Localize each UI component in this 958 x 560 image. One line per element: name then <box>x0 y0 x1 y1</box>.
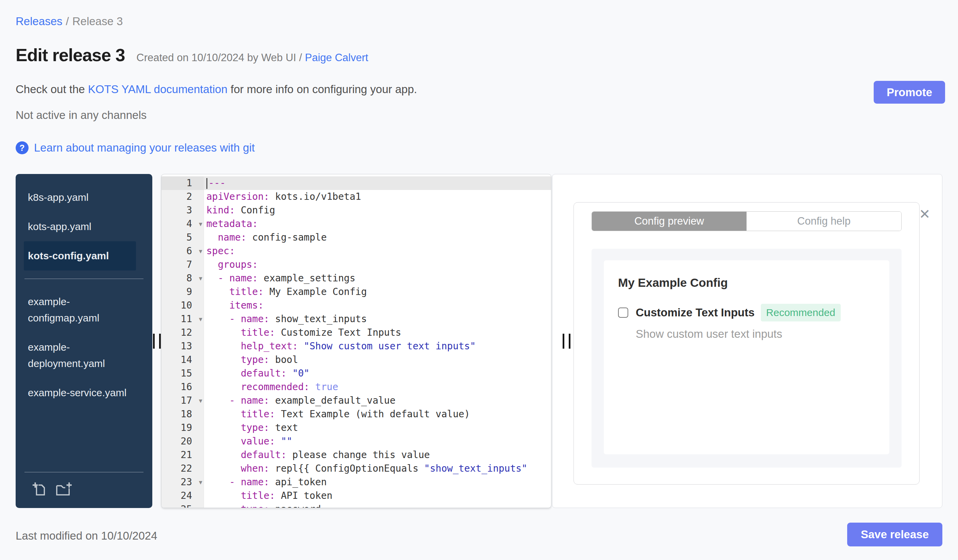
line-number: 21 <box>162 448 204 462</box>
line-number: 23▾ <box>162 475 204 489</box>
file-item[interactable]: kots-app.yaml <box>24 212 136 241</box>
preview-tabs: Config preview Config help <box>592 211 902 231</box>
line-number: 19 <box>162 421 204 435</box>
code-line: 25 type: password <box>162 503 551 508</box>
code-text: when: repl{{ ConfigOptionEquals "show_te… <box>204 462 551 475</box>
line-number: 16 <box>162 380 204 394</box>
config-item-help: Show custom user text inputs <box>636 327 875 340</box>
code-line: 12 title: Customize Text Inputs <box>162 326 551 340</box>
code-line: 10 items: <box>162 299 551 312</box>
code-line: 18 title: Text Example (with default val… <box>162 407 551 421</box>
line-number: 24 <box>162 489 204 503</box>
code-text: default: please change this value <box>204 448 551 462</box>
last-modified-text: Last modified on 10/10/2024 <box>16 530 157 542</box>
line-number: 11▾ <box>162 312 204 326</box>
code-text: groups: <box>204 258 551 272</box>
code-line: 3kind: Config <box>162 204 551 217</box>
page-title: Edit release 3 <box>16 45 125 65</box>
sidebar-resize-handle[interactable] <box>153 334 161 349</box>
code-line: 1--- <box>162 176 551 190</box>
fold-arrow-icon[interactable]: ▾ <box>199 244 202 258</box>
recommended-badge: Recommended <box>761 304 841 321</box>
code-text: --- <box>204 176 551 190</box>
code-line: 11▾ - name: show_text_inputs <box>162 312 551 326</box>
fold-arrow-icon[interactable]: ▾ <box>199 217 202 231</box>
customize-text-inputs-checkbox[interactable] <box>618 307 628 318</box>
code-text: recommended: true <box>204 380 551 394</box>
file-item[interactable]: example-deployment.yaml <box>24 333 136 378</box>
line-number: 13 <box>162 340 204 353</box>
line-number: 20 <box>162 435 204 448</box>
save-release-button[interactable]: Save release <box>847 523 942 546</box>
text-cursor <box>206 178 207 189</box>
author-link[interactable]: Paige Calvert <box>305 52 368 63</box>
file-item[interactable]: example-service.yaml <box>24 378 136 407</box>
config-group-card: My Example Config Customize Text Inputs … <box>604 260 889 454</box>
code-text: value: "" <box>204 435 551 448</box>
code-text: - name: example_settings <box>204 272 551 285</box>
line-number: 2 <box>162 190 204 204</box>
breadcrumb-releases-link[interactable]: Releases <box>16 15 63 27</box>
code-line: 2apiVersion: kots.io/v1beta1 <box>162 190 551 204</box>
config-preview-panel: ✕ Config preview Config help My Example … <box>552 174 942 508</box>
add-folder-icon[interactable] <box>55 481 73 499</box>
git-releases-link[interactable]: Learn about managing your releases with … <box>34 141 255 154</box>
line-number: 7 <box>162 258 204 272</box>
help-icon[interactable]: ? <box>16 141 29 154</box>
code-line: 6▾spec: <box>162 244 551 258</box>
code-line: 23▾ - name: api_token <box>162 475 551 489</box>
line-number: 22 <box>162 462 204 475</box>
yaml-editor[interactable]: 1---2apiVersion: kots.io/v1beta13kind: C… <box>161 174 551 508</box>
code-line: 21 default: please change this value <box>162 448 551 462</box>
tab-config-preview[interactable]: Config preview <box>592 212 747 231</box>
code-line: 15 default: "0" <box>162 367 551 380</box>
page-header: Releases/Release 3 Edit release 3 Create… <box>0 0 958 154</box>
fold-arrow-icon[interactable]: ▾ <box>199 272 202 285</box>
tab-config-help[interactable]: Config help <box>747 212 901 231</box>
file-list: k8s-app.yamlkots-app.yamlkots-config.yam… <box>16 174 152 407</box>
code-text: default: "0" <box>204 367 551 380</box>
kots-docs-link[interactable]: KOTS YAML documentation <box>88 83 227 95</box>
code-line: 17▾ - name: example_default_value <box>162 394 551 407</box>
docs-note: Check out the KOTS YAML documentation fo… <box>16 83 942 96</box>
breadcrumb: Releases/Release 3 <box>16 15 942 28</box>
code-line: 20 value: "" <box>162 435 551 448</box>
file-item[interactable]: kots-config.yaml <box>24 241 136 271</box>
line-number: 6▾ <box>162 244 204 258</box>
file-item[interactable]: k8s-app.yaml <box>24 183 136 212</box>
docs-note-suffix: for more info on configuring your app. <box>227 83 417 95</box>
code-line: 8▾ - name: example_settings <box>162 272 551 285</box>
line-number: 14 <box>162 353 204 367</box>
fold-arrow-icon[interactable]: ▾ <box>199 312 202 326</box>
line-number: 18 <box>162 407 204 421</box>
code-text: type: text <box>204 421 551 435</box>
line-number: 10 <box>162 299 204 312</box>
close-icon[interactable]: ✕ <box>919 208 931 220</box>
preview-resize-handle[interactable] <box>563 334 571 349</box>
line-number: 8▾ <box>162 272 204 285</box>
preview-body: My Example Config Customize Text Inputs … <box>592 249 902 468</box>
code-line: 7 groups: <box>162 258 551 272</box>
file-item[interactable]: example-configmap.yaml <box>24 287 136 333</box>
code-text: title: My Example Config <box>204 285 551 299</box>
code-line: 22 when: repl{{ ConfigOptionEquals "show… <box>162 462 551 475</box>
promote-button[interactable]: Promote <box>874 81 945 104</box>
sidebar-bottom-divider <box>24 472 143 472</box>
line-number: 1 <box>162 176 204 190</box>
code-text: - name: show_text_inputs <box>204 312 551 326</box>
code-text: help_text: "Show custom user text inputs… <box>204 340 551 353</box>
line-number: 5 <box>162 231 204 244</box>
created-info: Created on 10/10/2024 by Web UI / Paige … <box>136 52 368 64</box>
code-line: 13 help_text: "Show custom user text inp… <box>162 340 551 353</box>
add-file-icon[interactable] <box>32 481 48 499</box>
config-group-title: My Example Config <box>618 276 875 289</box>
editor-body: 1---2apiVersion: kots.io/v1beta13kind: C… <box>162 176 551 508</box>
fold-arrow-icon[interactable]: ▾ <box>199 475 202 489</box>
line-number: 15 <box>162 367 204 380</box>
code-text: - name: example_default_value <box>204 394 551 407</box>
created-text: Created on 10/10/2024 by Web UI / <box>136 52 305 63</box>
sidebar-divider <box>24 278 143 279</box>
fold-arrow-icon[interactable]: ▾ <box>199 394 202 407</box>
code-text: spec: <box>204 244 551 258</box>
breadcrumb-separator: / <box>66 15 69 27</box>
